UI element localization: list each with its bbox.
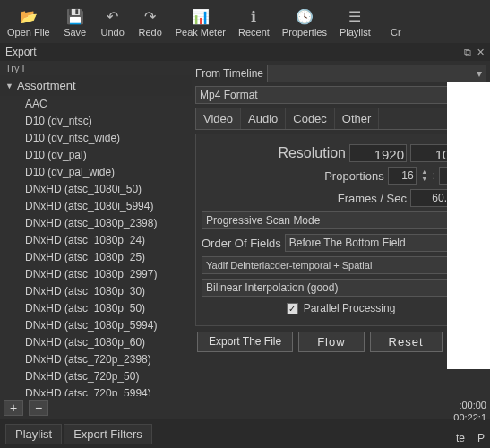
playlist-button[interactable]: ☰Playlist [334,4,376,39]
peak-meter-button-label: Peak Meter [176,27,226,38]
field-order-value: Before The Bottom Field [289,237,406,249]
panel-header: Export ⧉ ✕ [0,43,490,61]
redo-button-icon: ↷ [144,8,156,25]
export-file-button[interactable]: Export The File [197,332,293,352]
preset-item[interactable]: DNxHD (atsc_1080i_50) [0,181,192,198]
export-settings: From Timeline Mp4 Format VideoAudioCodec… [192,61,490,419]
peak-meter-button[interactable]: 📊Peak Meter [170,4,231,39]
peak-meter-button-icon: 📊 [192,8,210,25]
proportions-label: Proportions [324,169,383,183]
resolution-label: Resolution [278,145,346,161]
preset-item[interactable]: D10 (dv_ntsc_wide) [0,130,192,147]
preset-item[interactable]: D10 (dv_ntsc) [0,113,192,130]
preset-item[interactable]: D10 (dv_pal) [0,147,192,164]
scan-mode-value: Progressive Scan Mode [206,214,320,227]
recent-button-label: Recent [238,27,270,38]
playlist-button-icon: ☰ [348,8,361,25]
assortment-header[interactable]: Assortment [0,75,192,96]
properties-button-label: Properties [282,27,327,38]
deinterlace-value: Yadif Deinterlacder-temporal + Spatial [206,260,372,271]
undo-button-label: Undo [101,27,125,38]
try-label: Try I [0,61,192,75]
resolution-width-input[interactable]: 1920 [349,144,407,162]
preset-item[interactable]: DNxHD (atsc_1080p_2398) [0,215,192,232]
preset-item[interactable]: DNxHD (atsc_720p_50) [0,368,192,385]
redo-button-label: Redo [139,27,162,38]
preview-area [447,82,490,369]
tab-codec[interactable]: Codec [286,108,335,129]
preset-item[interactable]: D10 (dv_pal_wide) [0,164,192,181]
format-dropdown[interactable]: Mp4 Format [195,86,486,104]
preset-item[interactable]: DNxHD (atsc_1080p_25) [0,249,192,266]
preset-list: AACD10 (dv_ntsc)D10 (dv_ntsc_wide)D10 (d… [0,96,192,396]
create-button-label: Cr [391,27,401,38]
redo-button[interactable]: ↷Redo [133,4,168,39]
preset-item[interactable]: DNxHD (atsc_1080p_5994) [0,317,192,334]
save-button-icon: 💾 [66,8,84,25]
flow-button[interactable]: Flow [298,332,364,352]
panel-layout-icon[interactable]: ⧉ [464,47,471,58]
bottom-right-b: P [477,432,485,444]
reset-button[interactable]: Reset [370,332,443,352]
preset-item[interactable]: DNxHD (atsc_1080i_5994) [0,198,192,215]
deinterlace-dropdown[interactable]: Yadif Deinterlacder-temporal + Spatial [202,256,480,274]
tab-audio[interactable]: Audio [241,108,286,129]
playlist-button-label: Playlist [340,27,371,38]
preset-item[interactable]: DNxHD (atsc_1080p_24) [0,232,192,249]
preset-item[interactable]: DNxHD (atsc_1080p_2997) [0,266,192,283]
open-file-button[interactable]: 📂Open File [2,4,56,39]
aspect-a-input[interactable]: 16 [388,167,417,185]
save-button[interactable]: 💾Save [57,4,93,39]
bottom-tab-bar: PlaylistExport Filters [0,420,490,448]
settings-tabs: VideoAudioCodecOther [195,108,486,130]
main-toolbar: 📂Open File💾Save↶Undo↷Redo📊Peak MeterℹRec… [0,0,490,43]
parallel-checkbox[interactable]: ✓ [287,303,298,314]
tab-video[interactable]: Video [196,108,241,129]
bottom-right-a: te [456,432,465,444]
preset-item[interactable]: AAC [0,96,192,113]
preset-item[interactable]: DNxHD (atsc_1080p_60) [0,334,192,351]
open-file-button-icon: 📂 [20,8,38,25]
bottom-tab-playlist[interactable]: Playlist [5,424,62,444]
aspect-a-spinner[interactable]: ▲▼ [420,167,429,185]
preset-item[interactable]: DNxHD (atsc_720p_2398) [0,351,192,368]
remove-preset-button[interactable]: − [29,400,48,416]
create-button[interactable]: Cr [378,4,414,39]
undo-button[interactable]: ↶Undo [95,4,131,39]
preset-sidebar: Try I Assortment AACD10 (dv_ntsc)D10 (dv… [0,61,192,419]
scan-mode-dropdown[interactable]: Progressive Scan Mode [202,211,480,229]
recent-button[interactable]: ℹRecent [233,4,275,39]
properties-button-icon: 🕓 [296,8,314,25]
field-order-label: Order Of Fields [202,237,281,250]
assortment-label: Assortment [17,79,76,92]
interpolation-dropdown[interactable]: Bilinear Interpolation (good) [202,279,480,297]
recent-button-icon: ℹ [251,8,256,25]
video-form: Resolution 1920 1080 ▲▼ Proportions 16 ▲… [195,134,486,326]
save-button-label: Save [64,27,86,38]
panel-close-icon[interactable]: ✕ [477,47,485,58]
bottom-tab-export-filters[interactable]: Export Filters [64,424,152,444]
preset-item[interactable]: DNxHD (atsc_1080p_30) [0,283,192,300]
timecode-1: :00:00 [453,400,486,410]
tab-other[interactable]: Other [335,108,380,129]
open-file-button-label: Open File [7,27,50,38]
undo-button-icon: ↶ [107,8,118,25]
panel-title-text: Export [5,46,37,58]
from-label: From Timeline [195,67,263,80]
parallel-label: Parallel Processing [304,302,396,314]
preset-item[interactable]: DNxHD (atsc_1080p_50) [0,300,192,317]
interpolation-value: Bilinear Interpolation (good) [206,281,338,294]
fps-label: Frames / Sec [338,192,407,205]
add-preset-button[interactable]: + [4,400,23,416]
format-value: Mp4 Format [200,89,258,101]
from-dropdown[interactable] [267,65,486,82]
preset-item[interactable]: DNxHD (atsc_720p_5994) [0,385,192,396]
properties-button[interactable]: 🕓Properties [277,4,332,39]
